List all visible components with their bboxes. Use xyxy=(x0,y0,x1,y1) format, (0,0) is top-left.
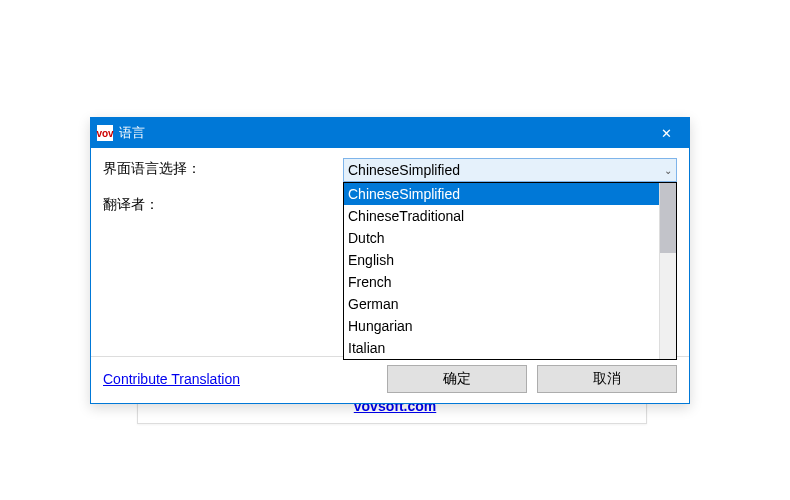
cancel-button[interactable]: 取消 xyxy=(537,365,677,393)
ui-language-dropdown: ChineseSimplified ChineseTraditional Dut… xyxy=(343,182,677,360)
titlebar: vov 语言 ✕ xyxy=(91,118,689,148)
dropdown-item[interactable]: English xyxy=(344,249,659,271)
dialog-footer: Contribute Translation 确定 取消 xyxy=(91,356,689,403)
scrollbar-thumb[interactable] xyxy=(660,183,676,253)
titlebar-title: 语言 xyxy=(119,124,644,142)
dropdown-scrollbar[interactable] xyxy=(659,183,676,359)
dropdown-item[interactable]: Dutch xyxy=(344,227,659,249)
dropdown-item[interactable]: Italian xyxy=(344,337,659,359)
chevron-down-icon: ⌄ xyxy=(664,165,672,176)
dialog-body: 界面语言选择： ChineseSimplified ⌄ ChineseSimpl… xyxy=(91,148,689,356)
language-dialog: vov 语言 ✕ 界面语言选择： ChineseSimplified ⌄ Chi… xyxy=(90,117,690,404)
app-icon: vov xyxy=(97,125,113,141)
dropdown-item[interactable]: German xyxy=(344,293,659,315)
combo-selected-text: ChineseSimplified xyxy=(348,162,664,178)
dropdown-list: ChineseSimplified ChineseTraditional Dut… xyxy=(344,183,659,359)
close-button[interactable]: ✕ xyxy=(644,118,689,148)
contribute-translation-link[interactable]: Contribute Translation xyxy=(103,371,377,387)
ui-language-row: 界面语言选择： ChineseSimplified ⌄ ChineseSimpl… xyxy=(103,158,677,182)
translator-label: 翻译者： xyxy=(103,194,343,214)
ui-language-combo[interactable]: ChineseSimplified ⌄ xyxy=(343,158,677,182)
dropdown-item[interactable]: French xyxy=(344,271,659,293)
dropdown-item[interactable]: ChineseTraditional xyxy=(344,205,659,227)
ok-button[interactable]: 确定 xyxy=(387,365,527,393)
dropdown-item[interactable]: ChineseSimplified xyxy=(344,183,659,205)
close-icon: ✕ xyxy=(661,126,672,141)
dropdown-item[interactable]: Hungarian xyxy=(344,315,659,337)
ui-language-label: 界面语言选择： xyxy=(103,158,343,178)
